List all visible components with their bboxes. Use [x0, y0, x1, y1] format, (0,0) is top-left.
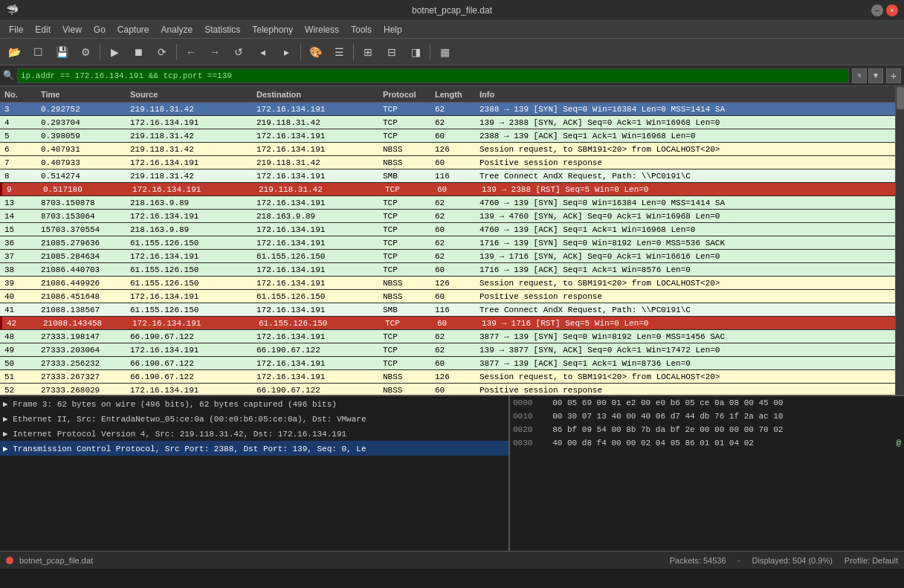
pkt-len: 116 [435, 172, 480, 181]
pkt-proto: TCP [383, 118, 435, 127]
col-header-no: No. [0, 90, 41, 99]
pkt-len: 60 [435, 359, 480, 368]
pkt-src: 61.155.126.150 [130, 265, 256, 274]
packet-list-scrollbar[interactable] [895, 86, 904, 395]
table-row[interactable]: 42 21088.143458 172.16.134.191 61.155.12… [0, 317, 904, 330]
table-row[interactable]: 37 21085.284634 172.16.134.191 61.155.12… [0, 250, 904, 263]
pkt-no: 39 [0, 279, 41, 288]
toolbar-zoom-out-button[interactable]: ⊟ [381, 42, 403, 62]
pkt-time: 21088.143458 [43, 319, 132, 328]
pkt-len: 60 [435, 132, 480, 140]
menu-item-tools[interactable]: Tools [345, 23, 378, 36]
pkt-proto: SMB [383, 306, 435, 314]
detail-row[interactable]: ▶ Internet Protocol Version 4, Src: 219.… [0, 426, 508, 441]
pkt-src: 218.163.9.89 [130, 225, 256, 234]
table-row[interactable]: 5 0.398059 219.118.31.42 172.16.134.191 … [0, 129, 904, 143]
menu-item-telephony[interactable]: Telephony [246, 23, 299, 36]
toolbar-forward-button[interactable]: → [204, 42, 226, 62]
col-header-destination: Destination [256, 90, 383, 99]
toolbar-open-button[interactable]: 📂 [3, 42, 25, 62]
menu-item-wireless[interactable]: Wireless [299, 23, 345, 36]
table-row[interactable]: 8 0.514274 219.118.31.42 172.16.134.191 … [0, 169, 904, 183]
pkt-dst: 218.163.9.89 [256, 212, 383, 221]
table-row[interactable]: 14 8703.153064 172.16.134.191 218.163.9.… [0, 210, 904, 223]
table-row[interactable]: 13 8703.150878 218.163.9.89 172.16.134.1… [0, 196, 904, 210]
pkt-len: 62 [435, 105, 480, 114]
table-row[interactable]: 7 0.407933 172.16.134.191 219.118.31.42 … [0, 156, 904, 169]
table-row[interactable]: 39 21086.449926 61.155.126.150 172.16.13… [0, 277, 904, 290]
pkt-src: 66.190.67.122 [130, 359, 256, 368]
close-button[interactable]: × [886, 4, 898, 16]
toolbar-back-button[interactable]: ← [180, 42, 202, 62]
detail-row[interactable]: ▶ Ethernet II, Src: EntradaNetwo_05:ce:0… [0, 411, 508, 426]
toolbar-separator-2 [176, 44, 177, 60]
toolbar-options-button[interactable]: ⚙ [74, 42, 97, 62]
menu-item-statistics[interactable]: Statistics [198, 23, 246, 36]
menu-item-capture[interactable]: Capture [112, 23, 155, 36]
bottom-area: ▶ Frame 3: 62 bytes on wire (496 bits), … [0, 395, 904, 551]
table-row[interactable]: 38 21086.440703 61.155.126.150 172.16.13… [0, 263, 904, 277]
toolbar-next-button[interactable]: ▸ [275, 42, 297, 62]
hex-panel: 0000 00 05 69 00 01 e2 00 e0 b6 05 ce 0a… [510, 396, 904, 551]
toolbar-zoom-reset-button[interactable]: ◨ [404, 42, 427, 62]
pkt-proto: TCP [383, 252, 435, 261]
table-row[interactable]: 36 21085.279636 61.155.126.150 172.16.13… [0, 236, 904, 250]
filter-dropdown-button[interactable]: ▼ [868, 68, 883, 83]
pkt-info: 139 → 2388 [SYN, ACK] Seq=0 Ack=1 Win=16… [480, 118, 904, 127]
menu-item-help[interactable]: Help [378, 23, 408, 36]
table-row[interactable]: 48 27333.198147 66.190.67.122 172.16.134… [0, 330, 904, 343]
table-row[interactable]: 15 15703.370554 218.163.9.89 172.16.134.… [0, 223, 904, 236]
toolbar-save-button[interactable]: 💾 [51, 42, 73, 62]
toolbar-list-button[interactable]: ☰ [328, 42, 350, 62]
pkt-no: 14 [0, 212, 41, 221]
toolbar-goto-button[interactable]: ↺ [227, 42, 250, 62]
menu-item-go[interactable]: Go [88, 23, 112, 36]
pkt-info: 139 → 2388 [RST] Seq=5 Win=0 Len=0 [482, 185, 904, 194]
pkt-no: 37 [0, 252, 41, 261]
detail-panel: ▶ Frame 3: 62 bytes on wire (496 bits), … [0, 396, 510, 551]
toolbar-zoom-in-button[interactable]: ⊞ [357, 42, 379, 62]
pkt-time: 21088.138567 [41, 306, 130, 314]
toolbar-colorize-button[interactable]: 🎨 [304, 42, 326, 62]
toolbar-columns-button[interactable]: ▦ [433, 42, 456, 62]
pkt-src: 172.16.134.191 [130, 252, 256, 261]
filter-add-button[interactable]: + [886, 68, 901, 83]
table-row[interactable]: 40 21086.451648 172.16.134.191 61.155.12… [0, 290, 904, 303]
table-row[interactable]: 4 0.293704 172.16.134.191 219.118.31.42 … [0, 116, 904, 129]
filter-clear-button[interactable]: × [852, 68, 867, 83]
table-row[interactable]: 9 0.517180 172.16.134.191 219.118.31.42 … [0, 183, 904, 196]
pkt-dst: 172.16.134.191 [256, 265, 383, 274]
toolbar-stop-button[interactable]: ⏹ [127, 42, 149, 62]
pkt-len: 60 [435, 225, 480, 234]
minimize-button[interactable]: – [871, 4, 883, 16]
menu-item-file[interactable]: File [3, 23, 29, 36]
table-row[interactable]: 41 21088.138567 61.155.126.150 172.16.13… [0, 303, 904, 317]
toolbar-close-button[interactable]: ☐ [27, 42, 49, 62]
toolbar-start-button[interactable]: ▶ [103, 42, 126, 62]
pkt-proto: TCP [383, 225, 435, 234]
pkt-no: 5 [0, 132, 41, 140]
table-row[interactable]: 50 27333.256232 66.190.67.122 172.16.134… [0, 357, 904, 370]
scrollbar-thumb[interactable] [897, 87, 904, 109]
menu-item-analyze[interactable]: Analyze [155, 23, 199, 36]
hex-offset: 0030 [513, 439, 543, 448]
table-row[interactable]: 51 27333.267327 66.190.67.122 172.16.134… [0, 370, 904, 384]
toolbar-prev-button[interactable]: ◂ [251, 42, 274, 62]
table-row[interactable]: 3 0.292752 219.118.31.42 172.16.134.191 … [0, 103, 904, 116]
hex-bytes: 00 05 69 00 01 e2 00 e0 b6 05 ce 0a 08 0… [552, 398, 891, 407]
menu-item-view[interactable]: View [56, 23, 88, 36]
detail-row[interactable]: ▶ Transmission Control Protocol, Src Por… [0, 441, 508, 456]
pkt-dst: 66.190.67.122 [256, 386, 383, 395]
menu-item-edit[interactable]: Edit [29, 23, 56, 36]
pkt-len: 62 [435, 332, 480, 341]
pkt-src: 172.16.134.191 [130, 212, 256, 221]
pkt-info: 2388 → 139 [ACK] Seq=1 Ack=1 Win=16968 L… [480, 132, 904, 140]
status-displayed: Displayed: 504 (0.9%) [752, 556, 833, 565]
toolbar-separator-4 [353, 44, 354, 60]
filter-input[interactable] [17, 68, 849, 83]
table-row[interactable]: 52 27333.268029 172.16.134.191 66.190.67… [0, 384, 904, 395]
table-row[interactable]: 49 27333.203064 172.16.134.191 66.190.67… [0, 343, 904, 357]
detail-row[interactable]: ▶ Frame 3: 62 bytes on wire (496 bits), … [0, 396, 508, 411]
table-row[interactable]: 6 0.407931 219.118.31.42 172.16.134.191 … [0, 143, 904, 156]
toolbar-restart-button[interactable]: ⟳ [151, 42, 173, 62]
